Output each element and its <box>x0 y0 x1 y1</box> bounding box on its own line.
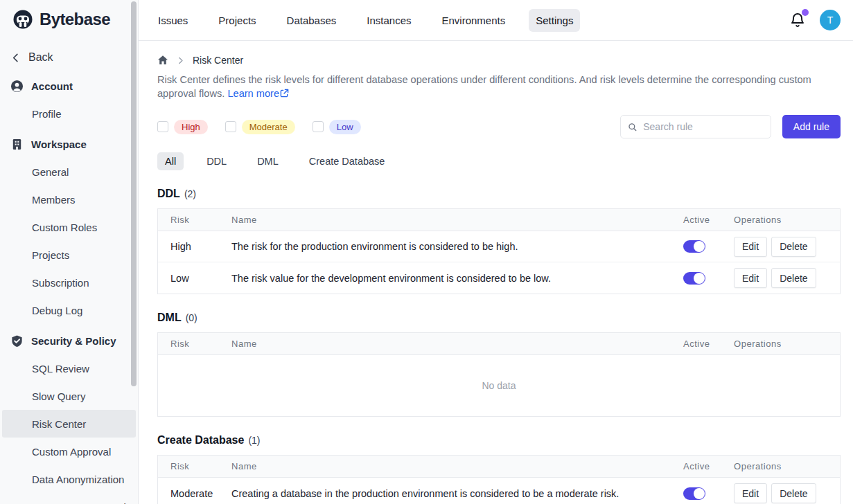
search-box <box>620 115 771 138</box>
risk-cell: Low <box>170 273 231 284</box>
header-risk: Risk <box>170 215 231 225</box>
dml-table: Risk Name Active Operations No data <box>157 332 841 417</box>
sidebar-item-label: Profile <box>32 108 62 120</box>
sidebar-item-label: Data Anonymization <box>32 474 124 485</box>
search-input[interactable] <box>642 120 764 133</box>
delete-button[interactable]: Delete <box>771 268 816 288</box>
active-toggle[interactable] <box>683 487 705 500</box>
toggle-knob <box>694 241 705 252</box>
empty-state: No data <box>158 355 840 416</box>
sidebar-item-label: Custom Approval <box>32 446 111 458</box>
sidebar-scrollbar-thumb[interactable] <box>131 1 137 386</box>
section-count: (1) <box>248 435 260 446</box>
header-active: Active <box>683 339 734 349</box>
nav-item-databases[interactable]: Databases <box>280 9 344 32</box>
tabs: All DDL DML Create Database <box>157 152 841 170</box>
section-count: (2) <box>184 188 196 199</box>
sidebar-item-label: Risk Center <box>32 418 86 430</box>
notification-bell-icon[interactable] <box>789 12 806 28</box>
building-icon <box>10 138 24 151</box>
edit-button[interactable]: Edit <box>734 268 767 288</box>
sidebar-group-label: Security & Policy <box>31 335 116 347</box>
shield-icon <box>10 334 24 348</box>
sidebar-item-label: General <box>32 166 69 178</box>
header-name: Name <box>231 215 683 225</box>
sidebar-item-label: SQL Review <box>32 363 89 375</box>
section-count: (0) <box>186 312 197 323</box>
edit-button[interactable]: Edit <box>734 483 767 503</box>
nav-item-instances[interactable]: Instances <box>360 9 418 32</box>
back-button[interactable]: Back <box>0 46 138 69</box>
top-navigation: Issues Projects Databases Instances Envi… <box>139 0 853 41</box>
create-database-table: Risk Name Active Operations Moderate Cre… <box>157 455 841 504</box>
tab-dml[interactable]: DML <box>249 152 286 170</box>
brand-logo[interactable]: Bytebase <box>0 0 138 39</box>
sidebar-item-members[interactable]: Members <box>2 186 136 213</box>
operations-cell: Edit Delete <box>734 483 840 503</box>
edit-button[interactable]: Edit <box>734 237 767 257</box>
tab-create-database[interactable]: Create Database <box>301 152 393 170</box>
sidebar-item-profile[interactable]: Profile <box>2 100 136 127</box>
sidebar-item-data-anonymization[interactable]: Data Anonymization <box>2 465 136 493</box>
ddl-table: Risk Name Active Operations High The ris… <box>157 208 841 294</box>
risk-cell: High <box>170 241 231 252</box>
sidebar-item-data-access-control[interactable]: Data Access Control <box>2 493 136 504</box>
active-toggle[interactable] <box>683 272 705 285</box>
moderate-checkbox[interactable] <box>225 121 236 132</box>
chevron-right-icon <box>176 56 185 65</box>
sidebar-item-sql-review[interactable]: SQL Review <box>2 354 136 382</box>
sidebar-group-label: Account <box>31 80 73 92</box>
header-risk: Risk <box>170 339 231 349</box>
sidebar-item-subscription[interactable]: Subscription <box>2 269 136 296</box>
toggle-knob <box>694 273 705 284</box>
nav-item-issues[interactable]: Issues <box>151 9 195 32</box>
sidebar-item-custom-roles[interactable]: Custom Roles <box>2 213 136 241</box>
tab-all[interactable]: All <box>157 152 184 170</box>
user-circle-icon <box>10 80 24 93</box>
sidebar-item-label: Debug Log <box>32 305 82 316</box>
tab-ddl[interactable]: DDL <box>199 152 234 170</box>
add-rule-button[interactable]: Add rule <box>782 115 841 138</box>
toggle-knob <box>694 488 705 499</box>
sidebar-item-projects[interactable]: Projects <box>2 241 136 269</box>
header-name: Name <box>231 339 683 349</box>
nav-item-environments[interactable]: Environments <box>434 9 512 32</box>
delete-button[interactable]: Delete <box>771 237 816 257</box>
sidebar-item-label: Members <box>32 194 76 206</box>
page-description: Risk Center defines the risk levels for … <box>157 73 841 100</box>
delete-button[interactable]: Delete <box>771 483 816 503</box>
moderate-badge: Moderate <box>242 120 295 134</box>
nav-items: Issues Projects Databases Instances Envi… <box>151 9 580 32</box>
low-badge: Low <box>329 120 361 134</box>
active-toggle[interactable] <box>683 240 705 253</box>
brand-name: Bytebase <box>39 10 110 29</box>
sidebar: Bytebase Back Account Profile Workspace … <box>0 0 139 504</box>
home-icon[interactable] <box>157 55 168 66</box>
name-cell: Creating a database in the production en… <box>231 488 683 499</box>
low-checkbox[interactable] <box>313 121 324 132</box>
sidebar-item-debug-log[interactable]: Debug Log <box>2 296 136 324</box>
back-label: Back <box>28 51 53 64</box>
external-link-icon <box>280 89 289 98</box>
chevron-left-icon <box>10 53 21 63</box>
section-title-create-database: Create Database (1) <box>157 434 841 447</box>
section-title-dml: DML (0) <box>157 312 841 324</box>
header-risk: Risk <box>170 461 231 471</box>
high-checkbox[interactable] <box>157 121 168 132</box>
sidebar-item-risk-center[interactable]: Risk Center <box>2 410 136 438</box>
name-cell: The risk value for the development envir… <box>231 273 683 284</box>
nav-item-settings[interactable]: Settings <box>529 9 580 32</box>
sidebar-item-label: Slow Query <box>32 390 86 402</box>
main-content: Risk Center Risk Center defines the risk… <box>139 41 853 504</box>
header-operations: Operations <box>734 461 840 471</box>
sidebar-item-general[interactable]: General <box>2 158 136 186</box>
sidebar-item-label: Projects <box>32 249 69 261</box>
sidebar-item-custom-approval[interactable]: Custom Approval <box>2 438 136 465</box>
filter-bar: High Moderate Low Add rule <box>157 115 841 138</box>
nav-item-projects[interactable]: Projects <box>211 9 263 32</box>
sidebar-item-slow-query[interactable]: Slow Query <box>2 382 136 410</box>
sidebar-group-security-policy: Security & Policy <box>0 327 138 354</box>
avatar[interactable]: T <box>820 10 841 30</box>
learn-more-link[interactable]: Learn more <box>227 88 289 99</box>
table-row: Low The risk value for the development e… <box>158 262 840 294</box>
